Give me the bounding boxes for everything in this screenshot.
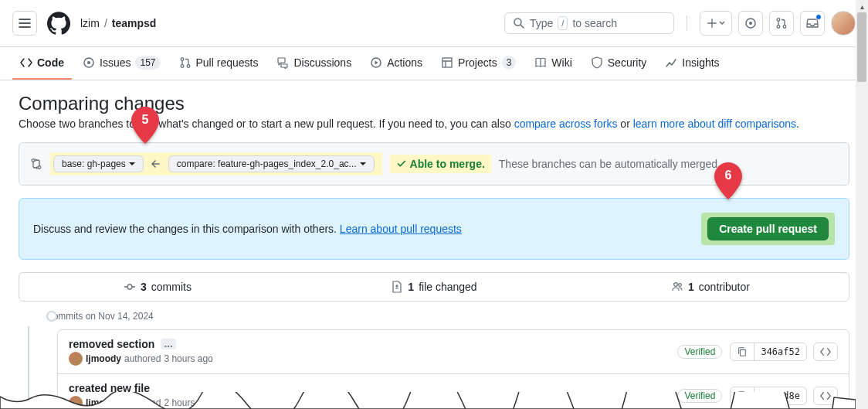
commit-sha-link[interactable]: 346af52 [754,343,806,360]
commit-title-link[interactable]: removed section [69,338,154,350]
tab-discussions[interactable]: Discussions [269,47,359,80]
commit-author[interactable]: ljmoody [86,353,121,364]
pull-requests-button[interactable] [769,11,794,36]
verified-badge[interactable]: Verified [677,389,722,403]
svg-point-5 [783,26,786,29]
tab-issues[interactable]: Issues 157 [75,47,168,80]
commit-row: removed section … ljmoody authored 3 hou… [58,330,849,374]
tab-pull-requests[interactable]: Pull requests [171,47,266,80]
svg-point-3 [777,19,780,22]
issue-opened-icon [83,56,95,69]
record-icon [744,17,757,29]
svg-point-13 [32,159,35,162]
svg-point-17 [679,284,682,287]
git-commit-icon [124,281,136,293]
code-icon [820,390,831,401]
create-new-button[interactable] [700,11,732,36]
banner-text: Discuss and review the changes in this c… [33,223,462,235]
scroll-thumb[interactable] [857,12,866,82]
browse-repo-button[interactable] [813,343,838,361]
git-compare-icon [30,158,42,170]
link-compare-forks[interactable]: compare across forks [514,118,618,130]
svg-point-16 [674,283,678,287]
create-pull-request-button[interactable]: Create pull request [707,217,829,240]
svg-point-14 [38,166,41,169]
stat-commits[interactable]: 3 commits [19,273,296,301]
global-nav-menu-button[interactable] [12,11,37,36]
tab-wiki[interactable]: Wiki [527,47,579,80]
commit-title-link[interactable]: created new file [69,382,150,394]
able-to-merge: Able to merge. [396,158,485,170]
scroll-up-arrow-icon[interactable]: ▴ [856,0,868,12]
tab-actions[interactable]: Actions [362,47,430,80]
search-placeholder-type: Type [530,17,553,29]
svg-point-8 [181,58,184,61]
svg-rect-18 [741,349,746,356]
tab-code-label: Code [37,55,64,70]
copy-sha-button[interactable] [731,343,754,360]
commit-ellipsis-button[interactable]: … [161,339,176,349]
tab-security[interactable]: Security [583,47,655,80]
tab-code[interactable]: Code [12,47,72,80]
code-icon [820,346,831,357]
issues-button[interactable] [738,11,763,36]
timeline-date-heading: Commits on Nov 14, 2024 [42,311,849,322]
commit-author[interactable]: ljmoody [86,397,121,408]
compare-stats: 3 commits 1 file changed 1 contributor [19,272,849,302]
code-icon [20,56,32,69]
create-pr-banner: Discuss and review the changes in this c… [19,198,849,260]
play-icon [370,56,382,69]
copy-sha-button[interactable] [731,387,754,404]
tab-projects-label: Projects [458,55,497,70]
git-pull-request-icon [775,17,788,29]
tab-pull-requests-label: Pull requests [196,55,259,70]
arrow-left-icon [150,158,162,170]
compare-branch-selector[interactable]: compare: feature-gh-pages_index_2.0_ac..… [168,155,375,172]
github-mark-icon [47,12,70,35]
timeline-dot-icon [46,311,57,322]
breadcrumb-separator: / [104,17,107,29]
vertical-scrollbar[interactable]: ▴ [856,0,868,409]
breadcrumb-owner[interactable]: lzim [80,17,100,29]
tab-insights[interactable]: Insights [657,47,727,80]
git-pull-request-icon [179,56,192,69]
tab-projects[interactable]: Projects 3 [433,47,524,80]
verified-badge[interactable]: Verified [677,345,722,359]
breadcrumb-repo[interactable]: teampsd [112,17,157,29]
search-icon [513,17,525,29]
stat-files-changed[interactable]: 1 file changed [296,273,572,301]
tab-actions-label: Actions [387,55,422,70]
svg-point-7 [87,61,90,64]
commit-author-avatar[interactable] [69,352,83,366]
inbox-button[interactable] [800,11,825,36]
tab-issues-label: Issues [100,55,131,70]
tab-insights-label: Insights [682,55,719,70]
browse-repo-button[interactable] [813,387,838,405]
tab-projects-count: 3 [502,56,517,70]
stat-contributors[interactable]: 1 contributor [572,273,849,301]
svg-rect-19 [741,394,746,400]
commit-author-avatar[interactable] [69,396,83,409]
shield-icon [591,56,603,69]
svg-point-9 [181,65,184,68]
link-diff-comparisons[interactable]: learn more about diff comparisons [633,118,796,130]
caret-down-icon [360,162,366,165]
search-placeholder-suffix: to search [572,17,617,29]
commit-row: created new file ljmoody authored 2 hour… [58,374,849,409]
copy-icon [737,390,748,401]
svg-point-10 [187,65,190,68]
tab-security-label: Security [608,55,647,70]
commit-list: removed section … ljmoody authored 3 hou… [57,329,849,409]
notification-dot [815,14,822,20]
svg-point-0 [514,19,521,26]
book-icon [534,56,547,69]
breadcrumb: lzim / teampsd [80,17,156,29]
base-branch-selector[interactable]: base: gh-pages [53,155,144,172]
github-logo[interactable] [46,11,71,36]
commit-sha-link[interactable]: 45e1d8e [754,387,806,404]
link-learn-pull-requests[interactable]: Learn about pull requests [340,223,462,235]
tab-issues-count: 157 [135,56,160,70]
user-avatar[interactable] [831,11,856,36]
plus-icon [707,18,725,29]
global-search[interactable]: Type / to search [504,12,674,34]
